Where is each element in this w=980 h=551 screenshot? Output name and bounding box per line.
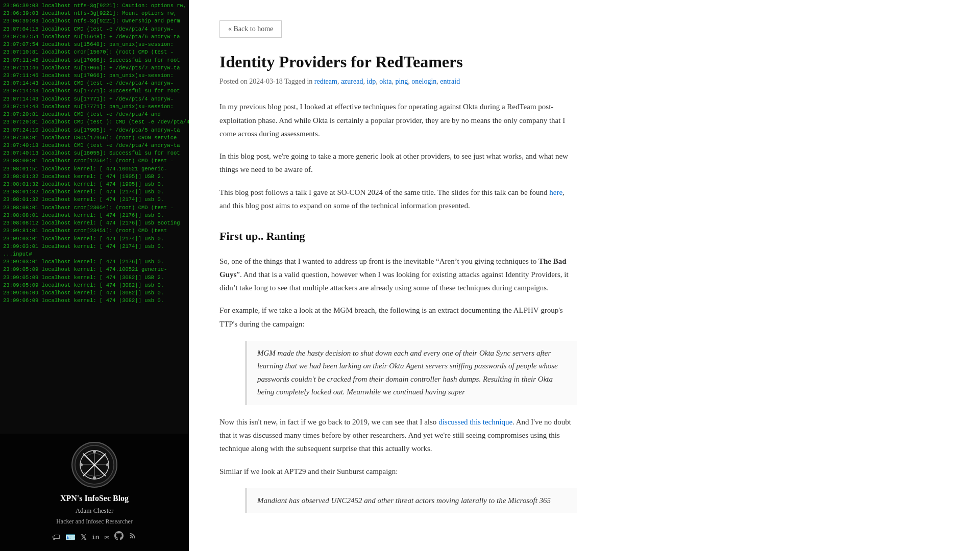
twitter-icon[interactable]: 𝕏 bbox=[81, 533, 86, 543]
the-bad-guys-text: The Bad Guys bbox=[219, 257, 567, 279]
rss-icon[interactable] bbox=[129, 532, 137, 543]
id-card-icon[interactable]: 🪪 bbox=[65, 532, 76, 543]
tag-link-onelogin[interactable]: onelogin bbox=[411, 78, 436, 85]
post-meta: Posted on 2024-03-18 Tagged in redteam, … bbox=[219, 78, 577, 86]
linkedin-icon[interactable]: in bbox=[91, 533, 100, 542]
sidebar: 23:06:39:03 localhost ntfs-3g[9221]: Cau… bbox=[0, 0, 189, 551]
post-tags: redteam, azuread, idp, okta, ping, onelo… bbox=[314, 78, 460, 85]
section1-para2: For example, if we take a look at the MG… bbox=[219, 304, 577, 331]
blog-author: Adam Chester bbox=[76, 506, 114, 515]
blog-tagline: Hacker and Infosec Researcher bbox=[56, 517, 133, 526]
tag-link-ping[interactable]: ping bbox=[395, 78, 408, 85]
post-title: Identity Providers for RedTeamers bbox=[219, 52, 577, 71]
post-body: In my previous blog post, I looked at ef… bbox=[219, 100, 577, 513]
post-meta-prefix: Posted on 2024-03-18 Tagged in bbox=[219, 78, 314, 85]
avatar bbox=[71, 442, 117, 488]
email-icon[interactable]: ✉ bbox=[104, 532, 109, 543]
paragraph-after-quote1: Now this isn't new, in fact if we go bac… bbox=[219, 415, 577, 456]
paragraph-apt29: Similar if we look at APT29 and their Su… bbox=[219, 465, 577, 478]
blockquote-1: MGM made the hasty decision to shut down… bbox=[245, 341, 577, 405]
tag-link-redteam[interactable]: redteam bbox=[314, 78, 337, 85]
tag-link-entraid[interactable]: entraid bbox=[440, 78, 460, 85]
svg-point-8 bbox=[80, 463, 83, 466]
section1-heading: First up.. Ranting bbox=[219, 227, 577, 246]
github-icon[interactable] bbox=[114, 531, 124, 544]
svg-point-6 bbox=[93, 450, 96, 453]
discussed-technique-link[interactable]: discussed this technique bbox=[438, 418, 512, 426]
blockquote-1-text: MGM made the hasty decision to shut down… bbox=[257, 349, 558, 396]
tag-link-idp[interactable]: idp bbox=[366, 78, 376, 85]
here-link[interactable]: here bbox=[549, 188, 562, 196]
blockquote-2: Mandiant has observed UNC2452 and other … bbox=[245, 488, 577, 514]
sidebar-profile: XPN's InfoSec Blog Adam Chester Hacker a… bbox=[0, 434, 189, 551]
paragraph-2: In this blog post, we're going to take a… bbox=[219, 149, 577, 177]
tag-icon[interactable]: 🏷 bbox=[52, 532, 60, 543]
blog-title: XPN's InfoSec Blog bbox=[60, 493, 129, 504]
tag-link-azuread[interactable]: azuread bbox=[341, 78, 363, 85]
tag-separator: , bbox=[337, 78, 341, 85]
main-content: « Back to home Identity Providers for Re… bbox=[189, 0, 607, 551]
paragraph-3: This blog post follows a talk I gave at … bbox=[219, 186, 577, 213]
blockquote-2-text: Mandiant has observed UNC2452 and other … bbox=[257, 496, 551, 505]
section1-para1: So, one of the things that I wanted to a… bbox=[219, 255, 577, 295]
svg-point-7 bbox=[93, 477, 96, 480]
svg-point-9 bbox=[106, 463, 109, 466]
svg-point-10 bbox=[130, 537, 132, 538]
back-home-button[interactable]: « Back to home bbox=[219, 20, 282, 38]
paragraph-1: In my previous blog post, I looked at ef… bbox=[219, 100, 577, 140]
tag-link-okta[interactable]: okta bbox=[379, 78, 391, 85]
social-icons: 🏷 🪪 𝕏 in ✉ bbox=[52, 531, 137, 544]
